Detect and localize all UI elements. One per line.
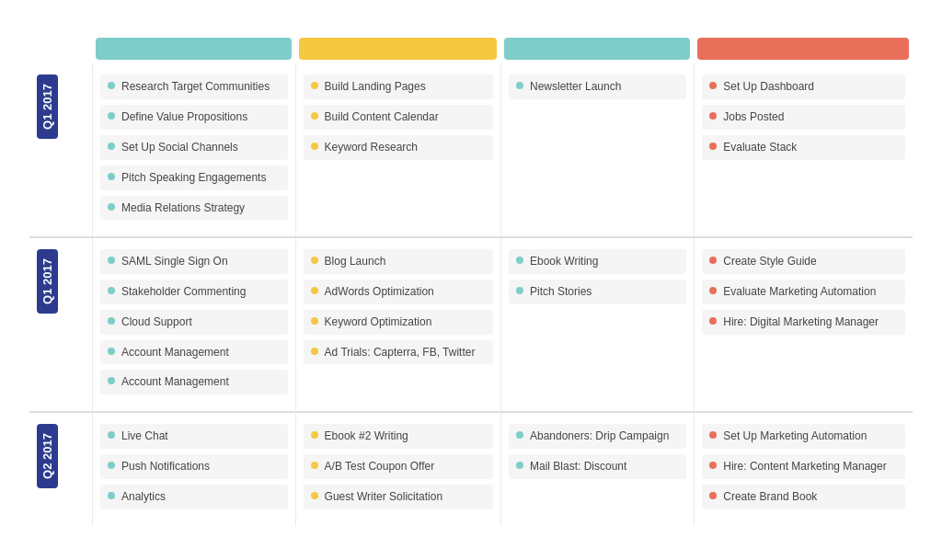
task-dot <box>709 143 717 150</box>
task-label: Create Brand Book <box>723 489 817 505</box>
task-item: Live Chat <box>100 424 288 449</box>
task-dot <box>311 82 318 89</box>
task-label: Cloud Support <box>121 314 192 330</box>
task-dot <box>311 348 318 355</box>
leadgen-cell: Ebook #2 WritingA/B Test Coupon OfferGue… <box>295 411 500 525</box>
task-label: Hire: Content Marketing Manager <box>723 459 886 474</box>
quarter-label-cell: Q1 2017 <box>29 63 92 236</box>
task-label: Create Style Guide <box>723 254 816 269</box>
task-dot <box>709 431 717 439</box>
task-item: Create Style Guide <box>702 249 905 274</box>
leadgen-header <box>299 38 497 60</box>
task-dot <box>516 287 523 294</box>
awareness-header <box>96 38 292 60</box>
task-item: Ad Trials: Capterra, FB, Twitter <box>304 340 493 365</box>
task-label: Define Value Propositions <box>121 109 247 125</box>
leadgen-cell: Build Landing PagesBuild Content Calenda… <box>295 63 500 236</box>
task-item: Mail Blast: Discount <box>509 454 686 479</box>
header-leadgen <box>295 34 500 63</box>
quarter-row: Q1 2017Research Target CommunitiesDefine… <box>29 63 913 236</box>
task-label: SAML Single Sign On <box>121 254 228 269</box>
task-dot <box>108 287 115 294</box>
task-dot <box>516 257 523 264</box>
task-label: Stakeholder Commenting <box>121 284 246 300</box>
awareness-cell: Live ChatPush NotificationsAnalytics <box>92 411 295 525</box>
task-item: Account Management <box>100 370 288 394</box>
task-label: Research Target Communities <box>121 79 270 95</box>
task-label: Pitch Speaking Engagements <box>121 170 266 186</box>
header-admin <box>694 34 913 63</box>
task-dot <box>108 377 115 384</box>
task-item: Evaluate Marketing Automation <box>702 280 905 304</box>
task-dot <box>108 431 115 439</box>
admin-header <box>697 38 909 60</box>
task-item: Pitch Stories <box>509 280 686 304</box>
task-label: AdWords Optimization <box>325 284 434 300</box>
task-label: Media Relations Strategy <box>121 200 245 216</box>
task-dot <box>709 112 717 120</box>
task-dot <box>311 287 318 294</box>
task-item: Research Target Communities <box>100 74 288 99</box>
task-dot <box>108 173 115 180</box>
admin-cell: Set Up DashboardJobs PostedEvaluate Stac… <box>694 63 913 236</box>
task-item: Ebook #2 Writing <box>304 424 493 449</box>
task-item: Set Up Social Channels <box>100 135 288 160</box>
header-activation <box>500 34 694 63</box>
task-dot <box>108 317 115 325</box>
task-dot <box>516 431 523 439</box>
task-label: Account Management <box>121 345 229 360</box>
task-dot <box>311 257 318 264</box>
admin-cell: Set Up Marketing AutomationHire: Content… <box>694 411 913 525</box>
task-dot <box>311 462 318 469</box>
task-label: Newsletter Launch <box>530 79 621 95</box>
task-dot <box>516 462 523 469</box>
task-label: Keyword Research <box>325 140 418 155</box>
task-item: Keyword Research <box>304 135 493 160</box>
marketing-table: Q1 2017Research Target CommunitiesDefine… <box>29 34 913 525</box>
task-label: Set Up Social Channels <box>121 140 238 155</box>
quarter-label: Q2 2017 <box>37 424 58 488</box>
task-label: Account Management <box>121 374 229 390</box>
task-label: Mail Blast: Discount <box>530 459 626 474</box>
task-item: Blog Launch <box>304 249 493 274</box>
activation-header <box>504 38 690 60</box>
task-dot <box>709 492 717 499</box>
task-item: Build Landing Pages <box>304 74 493 99</box>
task-item: SAML Single Sign On <box>100 249 288 274</box>
task-label: Analytics <box>121 489 166 505</box>
task-dot <box>108 462 115 469</box>
task-dot <box>311 431 318 439</box>
task-item: Set Up Dashboard <box>702 74 905 99</box>
awareness-cell: Research Target CommunitiesDefine Value … <box>92 63 295 236</box>
task-dot <box>709 257 717 264</box>
task-item: Media Relations Strategy <box>100 196 288 221</box>
task-item: Abandoners: Drip Campaign <box>509 424 686 449</box>
task-label: Set Up Marketing Automation <box>723 429 867 444</box>
task-item: Newsletter Launch <box>509 74 686 99</box>
task-item: Create Brand Book <box>702 485 905 509</box>
header-row <box>29 34 913 63</box>
task-label: A/B Test Coupon Offer <box>325 459 435 474</box>
task-label: Set Up Dashboard <box>723 79 814 95</box>
task-dot <box>108 143 115 150</box>
task-dot <box>108 492 115 499</box>
task-label: Ad Trials: Capterra, FB, Twitter <box>325 345 476 360</box>
task-dot <box>311 112 318 120</box>
quarter-label-cell: Q1 2017 <box>29 236 92 411</box>
leadgen-cell: Blog LaunchAdWords OptimizationKeyword O… <box>295 236 500 411</box>
task-item: AdWords Optimization <box>304 280 493 304</box>
main-container: Q1 2017Research Target CommunitiesDefine… <box>29 34 913 525</box>
task-item: Guest Writer Solicitation <box>304 485 493 509</box>
task-label: Abandoners: Drip Campaign <box>530 429 669 444</box>
task-item: Push Notifications <box>100 454 288 479</box>
task-item: Stakeholder Commenting <box>100 280 288 304</box>
task-dot <box>108 203 115 211</box>
task-label: Push Notifications <box>121 459 210 474</box>
header-empty-cell <box>29 34 92 63</box>
task-item: Define Value Propositions <box>100 105 288 130</box>
header-awareness <box>92 34 295 63</box>
task-dot <box>108 257 115 264</box>
activation-cell: Abandoners: Drip CampaignMail Blast: Dis… <box>500 411 694 525</box>
task-label: Build Landing Pages <box>325 79 426 95</box>
task-label: Evaluate Marketing Automation <box>723 284 876 300</box>
